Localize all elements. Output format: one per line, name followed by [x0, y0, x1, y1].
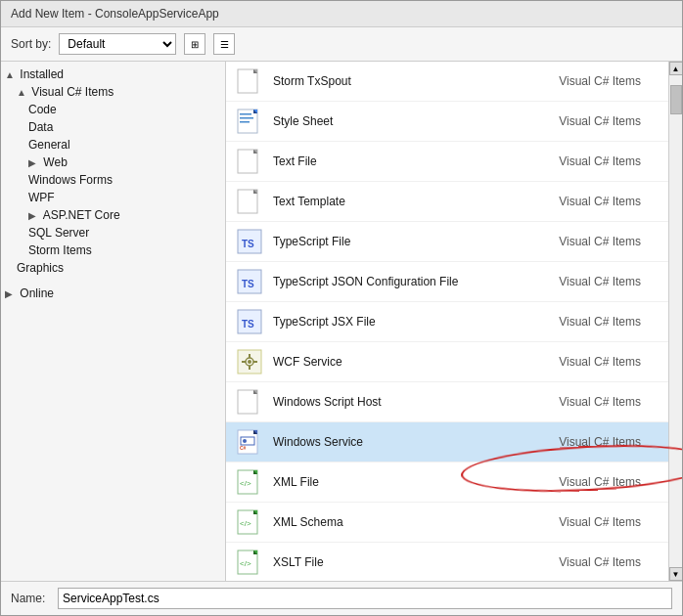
- item-icon: [234, 186, 265, 217]
- item-category: Visual C# Items: [543, 395, 660, 409]
- item-category: Visual C# Items: [543, 235, 660, 248]
- sidebar-item-sql-server[interactable]: SQL Server: [1, 224, 225, 242]
- item-category: Visual C# Items: [543, 275, 660, 288]
- item-name: Windows Service: [273, 435, 543, 449]
- item-name: Text Template: [273, 195, 543, 208]
- web-label: Web: [43, 155, 67, 169]
- list-item[interactable]: TS TypeScript FileVisual C# Items: [226, 222, 668, 262]
- visual-csharp-arrow: ▲: [17, 87, 28, 98]
- item-icon: </>: [234, 547, 265, 578]
- svg-text:C#: C#: [240, 445, 247, 451]
- list-item[interactable]: </> XML FileVisual C# Items: [226, 462, 668, 503]
- item-icon: TS: [234, 306, 265, 337]
- list-icon: ☰: [220, 39, 229, 50]
- general-label: General: [28, 138, 70, 152]
- item-name: TypeScript File: [273, 235, 543, 248]
- sidebar-item-installed[interactable]: ▲ Installed: [1, 66, 225, 83]
- sidebar-item-aspnet[interactable]: ▶ ASP.NET Core: [1, 206, 225, 224]
- item-icon: </>: [234, 466, 265, 498]
- scroll-up-button[interactable]: ▲: [669, 62, 683, 75]
- scrollbar[interactable]: ▲ ▼: [668, 62, 682, 581]
- content-area: ▲ Installed ▲ Visual C# Items Code Data …: [1, 62, 682, 581]
- view-list-button[interactable]: ☰: [213, 33, 235, 55]
- svg-text:TS: TS: [242, 319, 254, 330]
- sidebar-item-visual-csharp[interactable]: ▲ Visual C# Items: [1, 83, 225, 101]
- scroll-down-button[interactable]: ▼: [669, 567, 683, 581]
- list-item[interactable]: TS TypeScript JSON Configuration FileVis…: [226, 262, 668, 302]
- storm-items-label: Storm Items: [28, 243, 92, 257]
- svg-point-35: [243, 439, 247, 443]
- dialog-title: Add New Item - ConsoleAppServiceApp: [11, 7, 219, 21]
- svg-rect-4: [240, 113, 251, 115]
- item-name: Style Sheet: [273, 114, 543, 128]
- bottom-bar: Name:: [1, 581, 682, 615]
- sidebar-item-online[interactable]: ▶ Online: [1, 285, 225, 302]
- item-name: Storm TxSpout: [273, 74, 543, 88]
- item-category: Visual C# Items: [543, 355, 660, 369]
- sidebar-item-general[interactable]: General: [1, 136, 225, 154]
- sidebar-item-wpf[interactable]: WPF: [1, 189, 225, 206]
- items-list: Storm TxSpoutVisual C# Items Style Sheet…: [226, 62, 668, 581]
- item-name: TypeScript JSX File: [273, 315, 543, 329]
- sidebar-item-storm-items[interactable]: Storm Items: [1, 242, 225, 259]
- add-new-item-dialog: Add New Item - ConsoleAppServiceApp Sort…: [0, 0, 683, 616]
- item-name: WCF Service: [273, 355, 543, 369]
- installed-label: Installed: [20, 67, 64, 81]
- scroll-thumb[interactable]: [670, 85, 682, 114]
- data-label: Data: [28, 120, 53, 134]
- sidebar-item-windows-forms[interactable]: Windows Forms: [1, 171, 225, 189]
- item-icon: TS: [234, 266, 265, 297]
- item-icon: [234, 146, 265, 177]
- item-name: Windows Script Host: [273, 395, 543, 409]
- list-item[interactable]: WCF ServiceVisual C# Items: [226, 342, 668, 382]
- list-item[interactable]: TS TypeScript JSX FileVisual C# Items: [226, 302, 668, 342]
- list-item[interactable]: Style SheetVisual C# Items: [226, 102, 668, 142]
- list-item[interactable]: Text FileVisual C# Items: [226, 142, 668, 182]
- item-name: Text File: [273, 154, 543, 168]
- sort-label: Sort by:: [11, 37, 51, 51]
- item-category: Visual C# Items: [543, 315, 660, 329]
- online-label: Online: [20, 286, 54, 300]
- svg-text:</>: </>: [240, 519, 251, 528]
- wpf-label: WPF: [28, 191, 55, 204]
- online-arrow: ▶: [5, 288, 17, 299]
- sidebar-item-web[interactable]: ▶ Web: [1, 154, 225, 171]
- sidebar: ▲ Installed ▲ Visual C# Items Code Data …: [1, 62, 226, 581]
- item-category: Visual C# Items: [543, 555, 660, 569]
- toolbar: Sort by: Default ⊞ ☰: [1, 27, 682, 62]
- item-category: Visual C# Items: [543, 515, 660, 529]
- sort-select[interactable]: Default: [59, 33, 176, 55]
- sidebar-item-data[interactable]: Data: [1, 118, 225, 136]
- item-category: Visual C# Items: [543, 74, 660, 88]
- name-label: Name:: [11, 592, 50, 605]
- view-grid-button[interactable]: ⊞: [184, 33, 205, 55]
- svg-text:TS: TS: [242, 239, 254, 249]
- graphics-label: Graphics: [17, 261, 64, 275]
- item-icon: </>: [234, 506, 265, 538]
- list-item[interactable]: </> XSLT FileVisual C# Items: [226, 543, 668, 581]
- list-item[interactable]: C# Windows ServiceVisual C# Items: [226, 422, 668, 462]
- sidebar-item-graphics[interactable]: Graphics: [1, 259, 225, 277]
- grid-icon: ⊞: [191, 39, 199, 50]
- item-name: XSLT File: [273, 555, 543, 569]
- list-item[interactable]: </> XML SchemaVisual C# Items: [226, 503, 668, 543]
- svg-text:TS: TS: [242, 279, 254, 289]
- list-item[interactable]: Storm TxSpoutVisual C# Items: [226, 62, 668, 102]
- visual-csharp-label: Visual C# Items: [31, 85, 114, 99]
- aspnet-arrow: ▶: [28, 210, 40, 221]
- name-input[interactable]: [58, 588, 672, 609]
- item-icon: [234, 346, 265, 377]
- item-category: Visual C# Items: [543, 114, 660, 128]
- list-item[interactable]: Text TemplateVisual C# Items: [226, 182, 668, 222]
- sidebar-item-code[interactable]: Code: [1, 101, 225, 118]
- item-category: Visual C# Items: [543, 195, 660, 208]
- item-icon: [234, 106, 265, 137]
- item-icon: [234, 66, 265, 97]
- item-name: TypeScript JSON Configuration File: [273, 275, 543, 288]
- item-icon: C#: [234, 426, 265, 458]
- svg-point-23: [248, 360, 251, 364]
- installed-arrow: ▲: [5, 69, 17, 80]
- item-name: XML Schema: [273, 515, 543, 529]
- title-bar: Add New Item - ConsoleAppServiceApp: [1, 1, 682, 27]
- list-item[interactable]: Windows Script HostVisual C# Items: [226, 382, 668, 422]
